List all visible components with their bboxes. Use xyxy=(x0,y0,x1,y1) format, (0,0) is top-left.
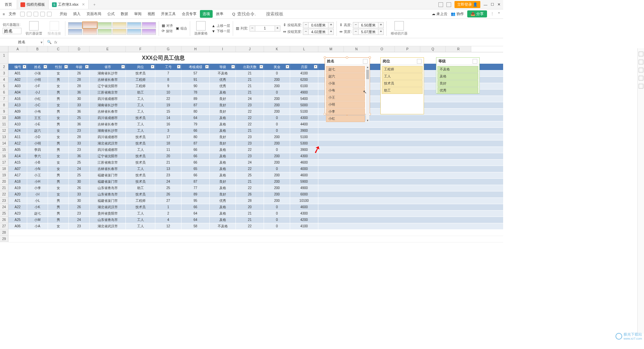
cell[interactable]: 工人 xyxy=(126,128,155,134)
print-icon[interactable] xyxy=(27,12,32,16)
column-header[interactable]: G xyxy=(155,46,181,52)
cell[interactable]: 11 xyxy=(155,147,181,153)
style-swatch[interactable] xyxy=(127,29,141,35)
cell[interactable]: 技术员 xyxy=(126,153,155,159)
cell[interactable]: 22 xyxy=(236,223,264,229)
cell[interactable]: 33 xyxy=(69,102,90,108)
row-header[interactable]: 18 xyxy=(0,166,8,172)
row-header[interactable]: 17 xyxy=(0,159,8,166)
slicer-item[interactable]: 小红 xyxy=(326,115,365,122)
cell[interactable]: 200 xyxy=(264,77,290,83)
cell[interactable]: 36 xyxy=(69,121,90,127)
cell[interactable]: 22 xyxy=(236,121,264,127)
cell[interactable]: 9 xyxy=(155,83,181,89)
cell[interactable]: 山东省青岛市 xyxy=(90,191,126,197)
slicer-item[interactable]: 小韦 xyxy=(326,87,365,94)
cell[interactable]: 技术员 xyxy=(126,140,155,147)
cell[interactable]: 男 xyxy=(48,204,69,210)
table-row[interactable]: A24赵六女23湖南省长沙市工人366及格2103900 xyxy=(8,128,503,134)
column-header[interactable]: Q xyxy=(420,46,446,52)
collapse-ribbon-icon[interactable]: ⋮ xyxy=(490,12,494,16)
row-header[interactable]: 20 xyxy=(0,178,8,185)
table-header[interactable]: 考核成绩▾ xyxy=(181,64,210,70)
cell[interactable]: 良好 xyxy=(210,96,236,102)
cell[interactable]: 3900 xyxy=(290,147,318,153)
cell[interactable]: 5400 xyxy=(290,96,318,102)
cell[interactable]: 4400 xyxy=(290,121,318,127)
move-up-icon[interactable]: ▲ xyxy=(212,24,215,28)
cell[interactable]: 30 xyxy=(69,179,90,185)
style-swatch[interactable] xyxy=(83,29,97,35)
layout-icon[interactable] xyxy=(438,2,443,7)
cell[interactable]: 小A xyxy=(27,223,48,229)
table-row[interactable]: A01小张女26湖南省长沙市技术员757不及格2104100 xyxy=(8,70,503,77)
cell[interactable]: 64 xyxy=(181,115,210,121)
cell[interactable]: 及格 xyxy=(210,172,236,178)
cell[interactable]: 良好 xyxy=(210,140,236,147)
table-header[interactable]: 出勤天数▾ xyxy=(236,64,264,70)
cell[interactable]: A19 xyxy=(8,185,27,191)
table-row[interactable]: A12小明男33湖北省武汉市技术员1887良好232005300 xyxy=(8,140,503,147)
cell[interactable]: 20 xyxy=(236,204,264,210)
column-header[interactable]: B xyxy=(27,46,48,52)
cell[interactable]: 6100 xyxy=(290,83,318,89)
cell[interactable]: 4100 xyxy=(290,70,318,76)
cell[interactable]: 男 xyxy=(48,172,69,178)
cell[interactable]: 优秀 xyxy=(210,77,236,83)
maximize-button[interactable]: ☐ xyxy=(491,2,494,7)
cell[interactable]: 湖北省武汉市 xyxy=(90,204,126,210)
preview-icon[interactable] xyxy=(34,12,38,16)
column-header[interactable]: F xyxy=(126,46,155,52)
cell[interactable]: 21 xyxy=(236,90,264,96)
cell[interactable]: 男 xyxy=(48,96,69,102)
cell[interactable]: 200 xyxy=(264,179,290,185)
ribbon-tab[interactable]: 会员专享 xyxy=(179,10,199,18)
cell[interactable]: 女 xyxy=(48,102,69,108)
cell[interactable]: 小F xyxy=(27,83,48,89)
cell[interactable]: 0 xyxy=(264,121,290,127)
cell[interactable]: 江苏省南京市 xyxy=(90,90,126,96)
column-header[interactable]: C xyxy=(48,46,69,52)
cell[interactable]: A07 xyxy=(8,166,27,172)
cell[interactable]: 四川省成都市 xyxy=(90,134,126,140)
cell[interactable]: 19 xyxy=(155,102,181,108)
slicer-position[interactable]: 岗位 工程师工人技术员助工 xyxy=(380,57,424,114)
cell[interactable]: 58 xyxy=(181,223,210,229)
style-swatch[interactable] xyxy=(68,29,82,35)
cell[interactable]: A08 xyxy=(8,115,27,121)
cell[interactable]: 80 xyxy=(181,109,210,115)
cell[interactable]: 工人 xyxy=(126,223,155,229)
cell[interactable]: 28 xyxy=(69,83,90,89)
table-row[interactable]: A18小H男30福建省厦门市技术员2487良好212005900 xyxy=(8,179,503,185)
cell[interactable]: 0 xyxy=(264,128,290,134)
cell[interactable]: 21 xyxy=(236,179,264,185)
share-button[interactable]: 📤 分享 xyxy=(467,10,487,17)
slicer-item[interactable]: 助工 xyxy=(382,87,423,94)
cell[interactable]: 64 xyxy=(181,211,210,217)
style-swatch[interactable] xyxy=(112,22,126,28)
column-header[interactable]: A xyxy=(8,46,27,52)
cell[interactable]: 技术员 xyxy=(126,160,155,166)
cell[interactable]: A18 xyxy=(8,179,27,185)
slicer-item[interactable]: 小明 xyxy=(326,101,365,108)
ribbon-tab[interactable]: 插入 xyxy=(70,10,83,18)
cell[interactable]: 3900 xyxy=(290,128,318,134)
ribbon-tab[interactable]: 开始 xyxy=(57,10,70,18)
cell[interactable]: A22 xyxy=(8,204,27,210)
cell[interactable]: 湖南省长沙市 xyxy=(90,102,126,108)
cell[interactable]: 4300 xyxy=(290,211,318,217)
cell[interactable]: 0 xyxy=(264,90,290,96)
spreadsheet-grid[interactable]: ABCDEFGHIJKLMNOPQR 123456789101112131415… xyxy=(0,46,503,272)
cell[interactable]: 小M xyxy=(27,217,48,223)
cell[interactable]: 1 xyxy=(155,204,181,210)
cell[interactable]: 5900 xyxy=(290,179,318,185)
cell[interactable]: 22 xyxy=(155,96,181,102)
filter-icon[interactable] xyxy=(473,59,477,64)
cell[interactable]: 良好 xyxy=(210,134,236,140)
cell[interactable]: 女 xyxy=(48,223,69,229)
cell[interactable]: 22 xyxy=(236,147,264,153)
row-header[interactable]: 13 xyxy=(0,134,8,140)
cell[interactable]: 87 xyxy=(181,179,210,185)
cell[interactable]: 优秀 xyxy=(210,198,236,204)
table-row[interactable]: A20小I女33山东省青岛市技术员2689良好262006000 xyxy=(8,191,503,198)
